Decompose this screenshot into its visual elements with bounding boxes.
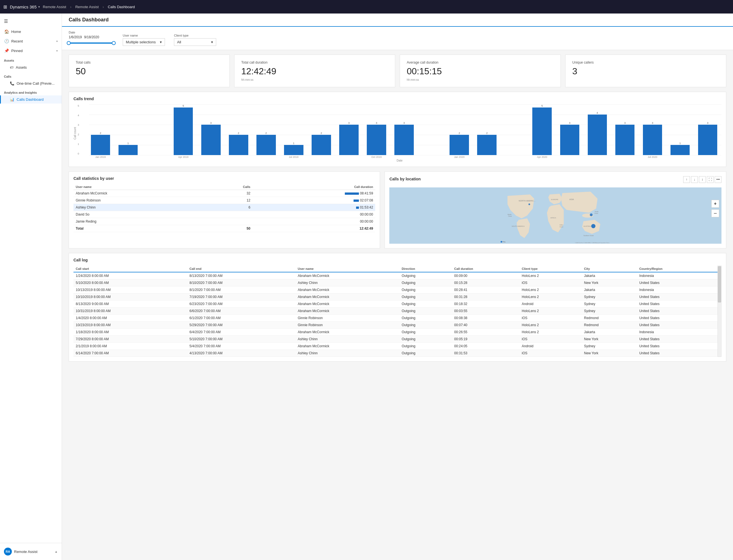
bar[interactable] <box>256 135 276 155</box>
log-cell: 4/13/2020 7:00:00 AM <box>187 350 296 357</box>
scrollbar[interactable] <box>718 266 721 357</box>
sidebar-bottom-chevron[interactable]: ▲ <box>55 550 58 553</box>
log-row[interactable]: 10/10/2019 8:00:00 AM7/19/2020 7:00:00 A… <box>73 294 721 301</box>
map-point-usa[interactable] <box>529 203 530 205</box>
bar[interactable] <box>91 135 110 155</box>
sidebar-item-calls-dashboard[interactable]: 📊 Calls Dashboard <box>0 95 62 104</box>
bar[interactable] <box>698 125 718 155</box>
map-point-indonesia[interactable] <box>590 214 593 216</box>
log-cell: 5/10/2020 7:00:00 AM <box>187 336 296 343</box>
bar-group: 3 <box>611 104 639 155</box>
log-cell: HoloLens 2 <box>520 308 582 315</box>
log-cell: Ginnie Robinson <box>296 322 399 329</box>
sidebar-bottom-app[interactable]: RA Remote Assist ▲ <box>0 545 62 558</box>
calls-trend-title: Calls trend <box>73 97 721 101</box>
log-cell: 1/18/2020 8:00:00 AM <box>73 329 187 336</box>
bar-group: 2 <box>446 104 473 155</box>
map-sort-asc-button[interactable]: ↑ <box>683 176 690 183</box>
log-row[interactable]: 8/13/2020 9:00:00 AM6/23/2020 7:00:00 AM… <box>73 301 721 308</box>
map-sort-desc-button[interactable]: ↓ <box>691 176 698 183</box>
sidebar-item-assets[interactable]: 🏷 Assets <box>0 63 62 71</box>
sidebar-item-recent[interactable]: 🕐 Recent ▾ <box>0 36 62 46</box>
brand[interactable]: Dynamics 365 ▾ <box>10 5 40 9</box>
duration-text: 08:41:59 <box>360 191 373 195</box>
map-filter-button[interactable]: ↕ <box>699 176 706 183</box>
bar[interactable] <box>284 145 303 155</box>
app-link-1[interactable]: Remote Assist <box>43 5 66 9</box>
x-axis-label: Apr 2019 <box>169 156 197 158</box>
log-row[interactable]: 5/10/2020 8:00:00 AM8/10/2020 7:00:00 AM… <box>73 279 721 286</box>
map-more-button[interactable]: ••• <box>715 176 721 183</box>
duration-cell: 00:00:00 <box>252 211 375 218</box>
bar-value-label: 3 <box>403 122 405 124</box>
duration-text: 01:53:42 <box>360 205 373 209</box>
bar[interactable] <box>339 125 359 155</box>
map-container[interactable]: NORTH AMERIC... SOUTH AMERICA EUROPE ASI… <box>389 187 721 244</box>
bar[interactable] <box>394 125 414 155</box>
bar[interactable] <box>477 135 497 155</box>
bar[interactable] <box>119 145 138 155</box>
log-row[interactable]: 6/14/2020 7:00:00 AM4/13/2020 7:00:00 AM… <box>73 350 721 357</box>
table-row: Jamie Reding00:00:00 <box>73 218 375 225</box>
bar[interactable] <box>450 135 469 155</box>
log-cell: Outgoing <box>399 350 452 357</box>
map-point-australia[interactable] <box>591 224 596 228</box>
scrollbar-thumb[interactable] <box>718 266 721 303</box>
log-cell: Abraham McCormick <box>296 286 399 294</box>
x-axis-label <box>142 156 169 158</box>
bar[interactable] <box>671 145 690 155</box>
log-cell: Outgoing <box>399 336 452 343</box>
bar[interactable] <box>367 125 386 155</box>
date-slider[interactable] <box>69 40 114 46</box>
bar[interactable] <box>643 125 662 155</box>
duration-cell: 02:07:08 <box>252 197 375 204</box>
bar[interactable] <box>588 115 607 155</box>
slider-left-handle[interactable] <box>67 41 71 45</box>
waffle-icon[interactable]: ⊞ <box>3 4 7 10</box>
log-row[interactable]: 2/1/2019 8:00:00 AM5/4/2020 7:00:00 AMAb… <box>73 343 721 350</box>
bar-value-label: 3 <box>624 122 625 124</box>
slider-right-handle[interactable] <box>112 41 116 45</box>
bar-group: 3 <box>197 104 225 155</box>
bar[interactable] <box>229 135 248 155</box>
chart-icon: 📊 <box>10 97 14 102</box>
kpi-avg-duration: Average call duration 00:15:15 hh:mm:ss <box>400 55 561 87</box>
app-link-2[interactable]: Remote Assist <box>75 5 99 9</box>
bar[interactable] <box>174 107 193 155</box>
bar-group: 3 <box>694 104 721 155</box>
bar-value-label: 2 <box>459 132 460 135</box>
svg-text:Southern Ocean: Southern Ocean <box>584 235 594 236</box>
sidebar-item-pinned[interactable]: 📌 Pinned ▾ <box>0 46 62 55</box>
log-row[interactable]: 1/4/2020 8:00:00 AM6/1/2020 7:00:00 AMGi… <box>73 315 721 322</box>
bar[interactable] <box>532 107 552 155</box>
client-type-dropdown[interactable]: All ▾ <box>174 38 216 46</box>
col-duration: Call duration <box>252 184 375 190</box>
kpi-total-duration-sub: hh:mm:ss <box>241 78 388 81</box>
sidebar-item-onetime-call[interactable]: 📞 One-time Call (Previe... <box>0 79 62 88</box>
map-zoom-out-button[interactable]: − <box>711 209 719 217</box>
log-row[interactable]: 7/29/2020 8:00:00 AM5/10/2020 7:00:00 AM… <box>73 336 721 343</box>
log-row[interactable]: 10/13/2019 8:00:00 AM8/1/2020 7:00:00 AM… <box>73 286 721 294</box>
log-row[interactable]: 1/18/2020 8:00:00 AM6/4/2020 7:00:00 AMA… <box>73 329 721 336</box>
bar[interactable] <box>560 125 580 155</box>
bar[interactable] <box>201 125 221 155</box>
filters-bar: Date 1/6/2019 9/18/2020 User name Multip… <box>62 27 733 50</box>
bar-group: 2 <box>87 104 114 155</box>
log-row[interactable]: 10/23/2019 8:00:00 AM5/29/2020 7:00:00 A… <box>73 322 721 329</box>
map-expand-button[interactable]: ⛶ <box>707 176 714 183</box>
duration-text: 02:07:08 <box>360 198 373 202</box>
bar[interactable] <box>312 135 331 155</box>
log-cell: Ashley Chinn <box>296 350 399 357</box>
username-dropdown[interactable]: Multiple selections ▾ <box>123 38 165 46</box>
bar[interactable] <box>615 125 635 155</box>
bar-value-label: 2 <box>265 132 267 135</box>
sidebar-hamburger[interactable]: ☰ <box>0 16 62 27</box>
log-cell: 1/4/2020 8:00:00 AM <box>73 315 187 322</box>
map-zoom-in-button[interactable]: + <box>711 200 719 208</box>
log-cell: New York <box>582 350 637 357</box>
sidebar-item-home[interactable]: 🏠 Home <box>0 27 62 36</box>
sidebar-bottom: RA Remote Assist ▲ <box>0 543 62 560</box>
log-cell: United States <box>637 301 717 308</box>
log-row[interactable]: 1/24/2020 8:00:00 AM8/13/2020 7:00:00 AM… <box>73 272 721 279</box>
log-row[interactable]: 10/31/2019 8:00:00 AM6/6/2020 7:00:00 AM… <box>73 308 721 315</box>
